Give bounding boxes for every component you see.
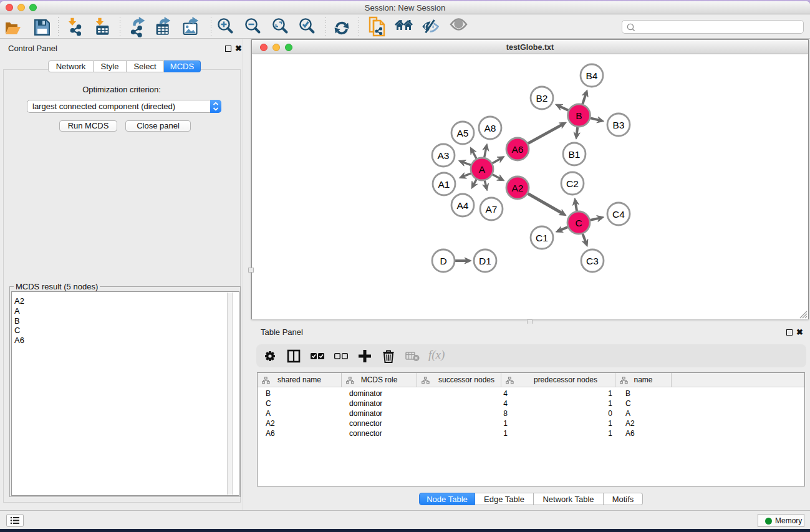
svg-text:D: D [440, 256, 446, 266]
svg-text:B: B [576, 110, 582, 121]
svg-text:A3: A3 [438, 150, 450, 161]
svg-text:C2: C2 [566, 178, 579, 189]
svg-text:A2: A2 [512, 183, 524, 193]
svg-text:C: C [575, 218, 582, 228]
svg-text:B4: B4 [586, 70, 598, 81]
svg-text:C3: C3 [586, 256, 599, 266]
svg-text:A5: A5 [457, 128, 469, 138]
svg-text:B1: B1 [569, 149, 581, 160]
svg-text:C1: C1 [536, 233, 548, 243]
svg-text:A6: A6 [512, 144, 524, 155]
svg-text:A8: A8 [485, 123, 496, 133]
svg-text:A7: A7 [486, 204, 498, 215]
svg-text:A: A [479, 164, 486, 175]
svg-text:D1: D1 [479, 256, 491, 266]
svg-text:A1: A1 [438, 179, 450, 190]
svg-text:A4: A4 [457, 200, 469, 211]
svg-text:B2: B2 [536, 93, 548, 104]
svg-text:B3: B3 [613, 120, 625, 130]
svg-text:C4: C4 [612, 209, 625, 220]
